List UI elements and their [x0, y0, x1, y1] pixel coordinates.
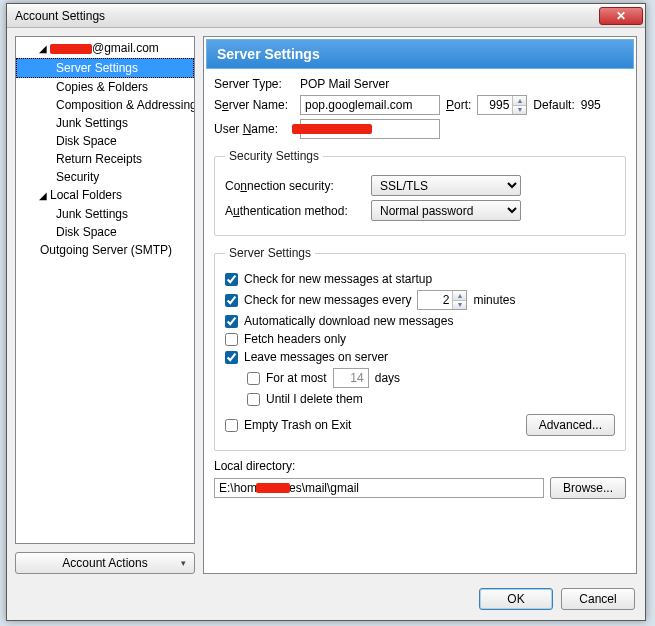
redacted-account-name: [50, 44, 92, 54]
server-type-label: Server Type:: [214, 77, 294, 91]
server-type-value: POP Mail Server: [300, 77, 389, 91]
tree-smtp[interactable]: Outgoing Server (SMTP): [16, 241, 194, 259]
spin-up-icon[interactable]: ▲: [512, 96, 526, 106]
ok-button[interactable]: OK: [479, 588, 553, 610]
account-actions-button[interactable]: Account Actions: [15, 552, 195, 574]
until-delete-checkbox[interactable]: [247, 393, 260, 406]
dialog-footer: OK Cancel: [7, 582, 645, 620]
connection-security-label: Connection security:: [225, 179, 365, 193]
spin-down-icon[interactable]: ▼: [512, 106, 526, 115]
spin-up-icon[interactable]: ▲: [452, 291, 466, 301]
check-every-spinner[interactable]: ▲▼: [417, 290, 467, 310]
port-spinner[interactable]: ▲▼: [477, 95, 527, 115]
check-startup-checkbox[interactable]: [225, 273, 238, 286]
security-settings-legend: Security Settings: [225, 149, 323, 163]
tree-local-folders[interactable]: ◢Local Folders: [16, 186, 194, 205]
tree-server-settings[interactable]: Server Settings: [16, 58, 194, 78]
tree-lf-disk[interactable]: Disk Space: [16, 223, 194, 241]
account-settings-window: Account Settings ✕ ◢@gmail.com Server Se…: [6, 3, 646, 621]
window-body: ◢@gmail.com Server Settings Copies & Fol…: [7, 28, 645, 582]
tree-account-root[interactable]: ◢@gmail.com: [16, 39, 194, 58]
account-suffix: @gmail.com: [92, 41, 159, 55]
cancel-button[interactable]: Cancel: [561, 588, 635, 610]
content-panel: Server Settings Server Type: POP Mail Se…: [203, 36, 637, 574]
port-label: Port:: [446, 98, 471, 112]
advanced-button[interactable]: Advanced...: [526, 414, 615, 436]
empty-trash-label: Empty Trash on Exit: [244, 418, 351, 432]
tree-return-receipts[interactable]: Return Receipts: [16, 150, 194, 168]
redacted-local-dir: [256, 483, 290, 493]
default-port-value: 995: [581, 98, 601, 112]
server-name-label: Server Name:: [214, 98, 294, 112]
for-at-most-input: [333, 368, 369, 388]
leave-on-server-checkbox[interactable]: [225, 351, 238, 364]
account-tree[interactable]: ◢@gmail.com Server Settings Copies & Fol…: [15, 36, 195, 544]
server-settings-legend: Server Settings: [225, 246, 315, 260]
tree-security[interactable]: Security: [16, 168, 194, 186]
for-at-most-checkbox[interactable]: [247, 372, 260, 385]
spin-down-icon[interactable]: ▼: [452, 301, 466, 310]
connection-security-select[interactable]: SSL/TLS: [371, 175, 521, 196]
port-input[interactable]: [478, 96, 512, 114]
server-name-input[interactable]: [300, 95, 440, 115]
tree-composition[interactable]: Composition & Addressing: [16, 96, 194, 114]
server-settings-group: Server Settings Check for new messages a…: [214, 246, 626, 451]
default-port-label: Default:: [533, 98, 574, 112]
close-button[interactable]: ✕: [599, 7, 643, 25]
until-delete-label: Until I delete them: [266, 392, 363, 406]
security-settings-group: Security Settings Connection security: S…: [214, 149, 626, 236]
check-every-label: Check for new messages every: [244, 293, 411, 307]
auto-download-label: Automatically download new messages: [244, 314, 453, 328]
tree-disk-space[interactable]: Disk Space: [16, 132, 194, 150]
check-every-input[interactable]: [418, 291, 452, 309]
username-label: User Name:: [214, 122, 294, 136]
check-every-unit: minutes: [473, 293, 515, 307]
window-title: Account Settings: [15, 9, 599, 23]
titlebar: Account Settings ✕: [7, 4, 645, 28]
empty-trash-checkbox[interactable]: [225, 419, 238, 432]
leave-on-server-label: Leave messages on server: [244, 350, 388, 364]
for-at-most-label: For at most: [266, 371, 327, 385]
auth-method-select[interactable]: Normal password: [371, 200, 521, 221]
fetch-headers-checkbox[interactable]: [225, 333, 238, 346]
twisty-icon[interactable]: ◢: [38, 188, 48, 204]
for-at-most-unit: days: [375, 371, 400, 385]
tree-copies-folders[interactable]: Copies & Folders: [16, 78, 194, 96]
auth-method-label: Authentication method:: [225, 204, 365, 218]
check-startup-label: Check for new messages at startup: [244, 272, 432, 286]
fetch-headers-label: Fetch headers only: [244, 332, 346, 346]
browse-button[interactable]: Browse...: [550, 477, 626, 499]
tree-lf-junk[interactable]: Junk Settings: [16, 205, 194, 223]
twisty-icon[interactable]: ◢: [38, 41, 48, 57]
close-icon: ✕: [616, 9, 626, 23]
check-every-checkbox[interactable]: [225, 294, 238, 307]
local-directory-label: Local directory:: [214, 459, 295, 473]
redacted-username: [292, 124, 372, 134]
auto-download-checkbox[interactable]: [225, 315, 238, 328]
tree-junk[interactable]: Junk Settings: [16, 114, 194, 132]
panel-heading: Server Settings: [206, 39, 634, 69]
tree-panel: ◢@gmail.com Server Settings Copies & Fol…: [15, 36, 195, 574]
